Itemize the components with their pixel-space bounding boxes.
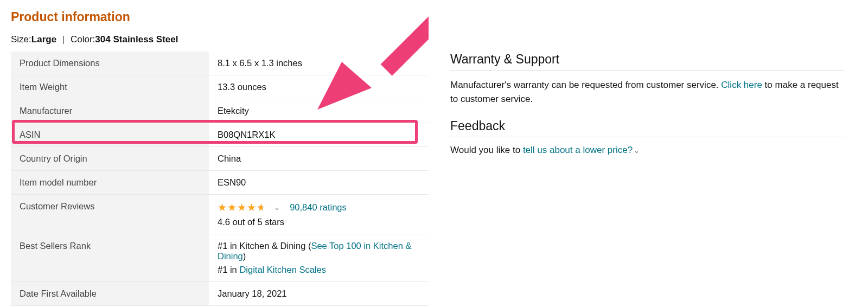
color-label: Color: — [71, 34, 95, 44]
ratings-count-link[interactable]: 90,840 ratings — [290, 202, 347, 213]
warranty-text: Manufacturer's warranty can be requested… — [450, 78, 844, 106]
variant-separator: | — [62, 34, 65, 44]
bsr-line2-prefix: #1 in — [218, 265, 239, 274]
row-value: 8.1 x 6.5 x 1.3 inches — [209, 52, 429, 75]
bsr-category-link[interactable]: Digital Kitchen Scales — [239, 265, 326, 274]
row-value: Etekcity — [209, 99, 429, 123]
row-label: Item model number — [11, 171, 209, 195]
bsr-line1-suffix: ) — [243, 251, 246, 261]
warranty-click-here-link[interactable]: Click here — [721, 80, 762, 90]
size-value: Large — [31, 34, 56, 44]
row-label: Country of Origin — [11, 147, 209, 171]
row-manufacturer: Manufacturer Etekcity — [11, 99, 429, 123]
row-label: Date First Available — [11, 282, 209, 306]
variant-summary: Size:Large | Color:304 Stainless Steel — [11, 34, 429, 45]
lower-price-link[interactable]: tell us about a lower price? — [523, 145, 633, 155]
row-asin: ASIN B08QN1RX1K — [11, 123, 429, 147]
size-label: Size: — [11, 34, 31, 44]
row-value: B08QN1RX1K — [209, 123, 429, 147]
row-label: Best Sellers Rank — [11, 234, 209, 282]
color-value: 304 Stainless Steel — [95, 34, 178, 44]
row-label: ASIN — [11, 123, 209, 147]
star-rating-icon[interactable]: ★★★★★★ — [218, 201, 267, 214]
row-value: ESN90 — [209, 171, 429, 195]
row-country-of-origin: Country of Origin China — [11, 147, 429, 171]
row-label: Customer Reviews — [11, 195, 209, 234]
row-value: 13.3 ounces — [209, 75, 429, 99]
row-label: Product Dimensions — [11, 52, 209, 75]
feedback-prompt-prefix: Would you like to — [450, 145, 523, 155]
spec-table: Product Dimensions 8.1 x 6.5 x 1.3 inche… — [11, 52, 429, 306]
row-best-sellers-rank: Best Sellers Rank #1 in Kitchen & Dining… — [11, 234, 429, 282]
row-label: Item Weight — [11, 75, 209, 99]
row-date-first-available: Date First Available January 18, 2021 — [11, 282, 429, 306]
bsr-line1-prefix: #1 in Kitchen & Dining ( — [218, 241, 311, 251]
rating-summary: 4.6 out of 5 stars — [218, 217, 420, 227]
feedback-heading: Feedback — [450, 119, 844, 137]
row-customer-reviews: Customer Reviews ★★★★★★ ⌄ 90,840 ratings… — [11, 195, 429, 234]
section-heading: Product information — [11, 10, 429, 24]
row-item-model-number: Item model number ESN90 — [11, 171, 429, 195]
row-product-dimensions: Product Dimensions 8.1 x 6.5 x 1.3 inche… — [11, 52, 429, 75]
row-value: January 18, 2021 — [209, 282, 429, 306]
row-item-weight: Item Weight 13.3 ounces — [11, 75, 429, 99]
row-label: Manufacturer — [11, 99, 209, 123]
chevron-down-icon[interactable]: ⌄ — [634, 146, 640, 155]
chevron-down-icon[interactable]: ⌄ — [274, 203, 280, 212]
warranty-text-prefix: Manufacturer's warranty can be requested… — [450, 80, 721, 90]
row-value: China — [209, 147, 429, 171]
warranty-heading: Warranty & Support — [450, 52, 844, 70]
